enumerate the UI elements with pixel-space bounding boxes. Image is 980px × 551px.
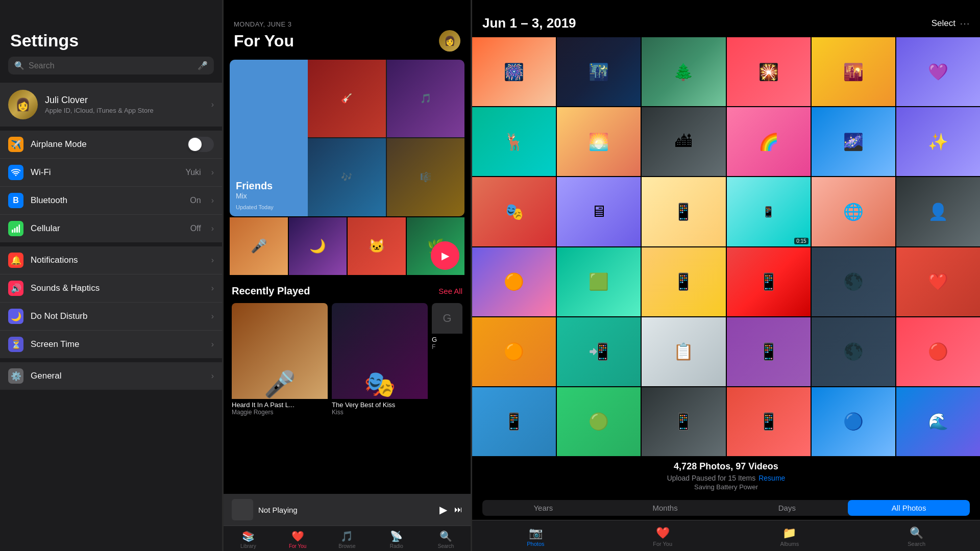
photo-cell[interactable]: 🌲 <box>642 37 725 106</box>
for-you-photos-icon: ❤️ <box>656 527 670 540</box>
photo-cell[interactable]: 🌅 <box>557 107 641 176</box>
bluetooth-item[interactable]: B Bluetooth On › <box>0 187 222 215</box>
album-thumb-2[interactable]: 🎵 <box>387 60 464 137</box>
play-pause-button[interactable]: ▶ <box>439 504 447 516</box>
photo-cell[interactable]: 📱 <box>642 177 725 246</box>
wifi-item[interactable]: Wi-Fi Yuki › <box>0 159 222 187</box>
photo-cell[interactable]: 🎆 <box>472 37 556 106</box>
airplane-mode-item[interactable]: ✈️ Airplane Mode <box>0 131 222 159</box>
airplane-toggle[interactable] <box>187 137 214 152</box>
photo-cell[interactable]: 🌇 <box>812 37 895 106</box>
music-header: MONDAY, JUNE 3 For You 👩 <box>224 0 471 58</box>
cellular-item[interactable]: Cellular Off › <box>0 215 222 242</box>
radio-icon: 📡 <box>390 530 403 542</box>
general-label: General <box>31 371 204 381</box>
sounds-icon: 🔊 <box>8 281 23 296</box>
screentime-item[interactable]: ⏳ Screen Time › <box>0 331 222 358</box>
photo-cell[interactable]: 📱 <box>642 247 725 316</box>
photo-cell[interactable]: 🦌 <box>472 107 556 176</box>
photo-cell[interactable]: 🟩 <box>557 247 641 316</box>
photo-cell[interactable]: 🌈 <box>727 107 811 176</box>
photo-cell[interactable]: 📲 <box>557 317 641 386</box>
photo-cell[interactable]: 🌃 <box>557 37 641 106</box>
dnd-item[interactable]: 🌙 Do Not Disturb › <box>0 303 222 331</box>
photo-cell[interactable]: 🖥 <box>557 177 641 246</box>
photo-cell[interactable]: 📱 <box>472 387 556 456</box>
photo-cell[interactable]: 🟢 <box>557 387 641 456</box>
tab-radio[interactable]: 📡 Radio <box>372 530 421 549</box>
mini-thumb-1[interactable]: 🎤 <box>230 217 288 276</box>
tab-library[interactable]: 📚 Library <box>224 530 273 549</box>
track-item-1[interactable]: 🎤 Heard It In A Past L... Maggie Rogers <box>232 303 328 418</box>
tab-all-photos[interactable]: All Photos <box>848 500 970 516</box>
tab-days[interactable]: Days <box>726 500 848 516</box>
profile-info: Juli Clover Apple ID, iCloud, iTunes & A… <box>45 95 204 114</box>
tab-years[interactable]: Years <box>482 500 604 516</box>
photo-cell[interactable]: 🔵 <box>812 387 895 456</box>
sounds-label: Sounds & Haptics <box>31 283 204 293</box>
sounds-item[interactable]: 🔊 Sounds & Haptics › <box>0 274 222 303</box>
bottom-album-row: 🎤 🌙 🐱 🌿 ▶ <box>230 217 464 276</box>
photo-cell[interactable]: ✨ <box>896 107 980 176</box>
photo-cell[interactable]: 📱 <box>727 387 811 456</box>
more-options-icon[interactable]: ⋯ <box>960 17 970 30</box>
next-track-button[interactable]: ⏭ <box>454 505 462 514</box>
photo-cell[interactable]: 📱 0:15 <box>727 177 811 246</box>
upload-status: Upload Paused for 15 Items Resume <box>482 474 970 482</box>
photo-cell[interactable]: 🌑 <box>812 317 895 386</box>
photo-cell[interactable]: 🌌 <box>812 107 895 176</box>
select-button[interactable]: Select ⋯ <box>932 17 970 30</box>
album-thumb-1[interactable]: 🎸 <box>308 60 385 137</box>
mini-thumb-3[interactable]: 🐱 <box>348 217 406 276</box>
photo-cell[interactable]: 🎇 <box>727 37 811 106</box>
photo-cell[interactable]: 📱 <box>727 247 811 316</box>
music-title-row: For You 👩 <box>234 30 460 52</box>
friends-mix-title: Friends <box>236 180 302 192</box>
photo-cell[interactable]: 📱 <box>642 387 725 456</box>
tab-browse[interactable]: 🎵 Browse <box>323 530 372 549</box>
see-all-button[interactable]: See All <box>438 287 462 295</box>
chevron-right-icon: › <box>211 168 214 177</box>
photo-cell[interactable]: 📋 <box>642 317 725 386</box>
dnd-label: Do Not Disturb <box>31 311 204 321</box>
friends-mix-card[interactable]: Friends Mix Updated Today <box>230 60 308 216</box>
resume-button[interactable]: Resume <box>758 474 785 482</box>
mini-thumb-2[interactable]: 🌙 <box>289 217 347 276</box>
user-avatar[interactable]: 👩 <box>439 30 460 52</box>
tab-search-music[interactable]: 🔍 Search <box>421 530 471 549</box>
track-item-3[interactable]: G G F <box>432 303 462 418</box>
photo-cell[interactable]: 🔴 <box>896 317 980 386</box>
general-item[interactable]: ⚙️ General › <box>0 362 222 390</box>
np-track-title: Not Playing <box>258 506 434 514</box>
tab-months[interactable]: Months <box>604 500 726 516</box>
search-bar[interactable]: 🔍 🎤 <box>8 57 214 74</box>
chevron-right-icon: › <box>211 224 214 233</box>
photo-cell[interactable]: 🏙 <box>642 107 725 176</box>
albums-label: Albums <box>780 541 799 547</box>
play-button[interactable]: ▶ <box>431 241 459 270</box>
profile-row[interactable]: 👩 Juli Clover Apple ID, iCloud, iTunes &… <box>0 83 222 127</box>
photo-cell[interactable]: 🌐 <box>812 177 895 246</box>
tab-for-you[interactable]: ❤️ For You <box>273 530 323 549</box>
photo-cell[interactable]: ❤️ <box>896 247 980 316</box>
photo-cell[interactable]: 💜 <box>896 37 980 106</box>
album-thumb-3[interactable]: 🎶 <box>308 138 385 216</box>
photo-cell[interactable]: 🟠 <box>472 317 556 386</box>
tab-albums[interactable]: 📁 Albums <box>726 524 853 549</box>
now-playing-bar[interactable]: Not Playing ▶ ⏭ <box>224 494 471 525</box>
notifications-item[interactable]: 🔔 Notifications › <box>0 246 222 274</box>
photo-cell[interactable]: 📱 <box>727 317 811 386</box>
photo-cell[interactable]: 👤 <box>896 177 980 246</box>
track-info-1: Heard It In A Past L... Maggie Rogers <box>232 399 328 418</box>
photo-cell[interactable]: 🎭 <box>472 177 556 246</box>
track-item-2[interactable]: 🎭 The Very Best of Kiss Kiss <box>332 303 428 418</box>
photo-cell[interactable]: 🟠 <box>472 247 556 316</box>
tab-for-you-photos[interactable]: ❤️ For You <box>599 524 726 549</box>
search-photos-icon: 🔍 <box>910 527 923 540</box>
tab-photos[interactable]: 📷 Photos <box>472 524 599 549</box>
photo-cell[interactable]: 🌊 <box>896 387 980 456</box>
tab-search-photos[interactable]: 🔍 Search <box>853 524 980 549</box>
photo-cell[interactable]: 🌑 <box>812 247 895 316</box>
album-thumb-4[interactable]: 🎼 <box>387 138 464 216</box>
search-input[interactable] <box>29 61 193 70</box>
